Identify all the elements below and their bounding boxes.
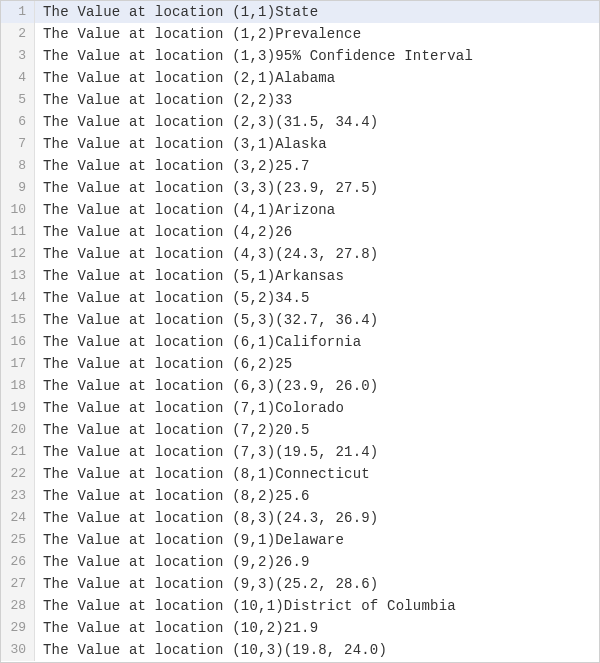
line-content[interactable]: The Value at location (7,3)(19.5, 21.4) bbox=[35, 441, 378, 463]
editor-line[interactable]: 6The Value at location (2,3)(31.5, 34.4) bbox=[1, 111, 599, 133]
line-content[interactable]: The Value at location (6,2)25 bbox=[35, 353, 292, 375]
editor-line[interactable]: 4The Value at location (2,1)Alabama bbox=[1, 67, 599, 89]
line-number: 26 bbox=[1, 551, 35, 573]
editor-line[interactable]: 25The Value at location (9,1)Delaware bbox=[1, 529, 599, 551]
editor-line[interactable]: 24The Value at location (8,3)(24.3, 26.9… bbox=[1, 507, 599, 529]
editor-line[interactable]: 14The Value at location (5,2)34.5 bbox=[1, 287, 599, 309]
line-number: 2 bbox=[1, 23, 35, 45]
line-number: 3 bbox=[1, 45, 35, 67]
line-content[interactable]: The Value at location (2,3)(31.5, 34.4) bbox=[35, 111, 378, 133]
line-number: 28 bbox=[1, 595, 35, 617]
line-number: 14 bbox=[1, 287, 35, 309]
editor-line[interactable]: 2The Value at location (1,2)Prevalence bbox=[1, 23, 599, 45]
line-content[interactable]: The Value at location (9,1)Delaware bbox=[35, 529, 344, 551]
editor-line[interactable]: 1The Value at location (1,1)State bbox=[1, 1, 599, 23]
line-number: 24 bbox=[1, 507, 35, 529]
line-number: 23 bbox=[1, 485, 35, 507]
line-number: 1 bbox=[1, 1, 35, 23]
line-content[interactable]: The Value at location (3,3)(23.9, 27.5) bbox=[35, 177, 378, 199]
editor-line[interactable]: 13The Value at location (5,1)Arkansas bbox=[1, 265, 599, 287]
line-content[interactable]: The Value at location (6,3)(23.9, 26.0) bbox=[35, 375, 378, 397]
line-content[interactable]: The Value at location (9,3)(25.2, 28.6) bbox=[35, 573, 378, 595]
editor-line[interactable]: 23The Value at location (8,2)25.6 bbox=[1, 485, 599, 507]
line-number: 22 bbox=[1, 463, 35, 485]
line-number: 4 bbox=[1, 67, 35, 89]
line-number: 7 bbox=[1, 133, 35, 155]
editor-line[interactable]: 26The Value at location (9,2)26.9 bbox=[1, 551, 599, 573]
line-number: 16 bbox=[1, 331, 35, 353]
editor-line[interactable]: 22The Value at location (8,1)Connecticut bbox=[1, 463, 599, 485]
line-number: 19 bbox=[1, 397, 35, 419]
editor-line[interactable]: 20The Value at location (7,2)20.5 bbox=[1, 419, 599, 441]
editor-line[interactable]: 17The Value at location (6,2)25 bbox=[1, 353, 599, 375]
editor-line[interactable]: 16The Value at location (6,1)California bbox=[1, 331, 599, 353]
line-content[interactable]: The Value at location (4,3)(24.3, 27.8) bbox=[35, 243, 378, 265]
editor-line[interactable]: 8The Value at location (3,2)25.7 bbox=[1, 155, 599, 177]
line-number: 12 bbox=[1, 243, 35, 265]
line-content[interactable]: The Value at location (3,1)Alaska bbox=[35, 133, 327, 155]
editor-line[interactable]: 28The Value at location (10,1)District o… bbox=[1, 595, 599, 617]
editor-line[interactable]: 27The Value at location (9,3)(25.2, 28.6… bbox=[1, 573, 599, 595]
line-content[interactable]: The Value at location (5,2)34.5 bbox=[35, 287, 310, 309]
line-content[interactable]: The Value at location (1,2)Prevalence bbox=[35, 23, 361, 45]
line-content[interactable]: The Value at location (10,2)21.9 bbox=[35, 617, 318, 639]
line-number: 10 bbox=[1, 199, 35, 221]
editor-line[interactable]: 11The Value at location (4,2)26 bbox=[1, 221, 599, 243]
line-content[interactable]: The Value at location (2,2)33 bbox=[35, 89, 292, 111]
line-number: 30 bbox=[1, 639, 35, 661]
line-number: 9 bbox=[1, 177, 35, 199]
line-content[interactable]: The Value at location (6,1)California bbox=[35, 331, 361, 353]
line-content[interactable]: The Value at location (4,1)Arizona bbox=[35, 199, 335, 221]
line-number: 17 bbox=[1, 353, 35, 375]
editor-line[interactable]: 10The Value at location (4,1)Arizona bbox=[1, 199, 599, 221]
editor-line[interactable]: 9The Value at location (3,3)(23.9, 27.5) bbox=[1, 177, 599, 199]
line-content[interactable]: The Value at location (5,1)Arkansas bbox=[35, 265, 344, 287]
line-number: 25 bbox=[1, 529, 35, 551]
editor-line[interactable]: 18The Value at location (6,3)(23.9, 26.0… bbox=[1, 375, 599, 397]
line-number: 5 bbox=[1, 89, 35, 111]
line-content[interactable]: The Value at location (1,1)State bbox=[35, 1, 318, 23]
editor-line[interactable]: 12The Value at location (4,3)(24.3, 27.8… bbox=[1, 243, 599, 265]
line-number: 18 bbox=[1, 375, 35, 397]
code-editor[interactable]: 1The Value at location (1,1)State2The Va… bbox=[0, 0, 600, 663]
line-content[interactable]: The Value at location (7,2)20.5 bbox=[35, 419, 310, 441]
line-content[interactable]: The Value at location (8,3)(24.3, 26.9) bbox=[35, 507, 378, 529]
line-number: 13 bbox=[1, 265, 35, 287]
line-content[interactable]: The Value at location (4,2)26 bbox=[35, 221, 292, 243]
line-content[interactable]: The Value at location (8,1)Connecticut bbox=[35, 463, 370, 485]
line-content[interactable]: The Value at location (10,3)(19.8, 24.0) bbox=[35, 639, 387, 661]
line-content[interactable]: The Value at location (7,1)Colorado bbox=[35, 397, 344, 419]
line-number: 8 bbox=[1, 155, 35, 177]
editor-line[interactable]: 29The Value at location (10,2)21.9 bbox=[1, 617, 599, 639]
editor-line[interactable]: 21The Value at location (7,3)(19.5, 21.4… bbox=[1, 441, 599, 463]
editor-line[interactable]: 3The Value at location (1,3)95% Confiden… bbox=[1, 45, 599, 67]
editor-line[interactable]: 15The Value at location (5,3)(32.7, 36.4… bbox=[1, 309, 599, 331]
line-content[interactable]: The Value at location (8,2)25.6 bbox=[35, 485, 310, 507]
line-number: 11 bbox=[1, 221, 35, 243]
editor-line[interactable]: 7The Value at location (3,1)Alaska bbox=[1, 133, 599, 155]
line-number: 27 bbox=[1, 573, 35, 595]
line-number: 20 bbox=[1, 419, 35, 441]
line-content[interactable]: The Value at location (1,3)95% Confidenc… bbox=[35, 45, 473, 67]
line-content[interactable]: The Value at location (9,2)26.9 bbox=[35, 551, 310, 573]
editor-line[interactable]: 5The Value at location (2,2)33 bbox=[1, 89, 599, 111]
line-content[interactable]: The Value at location (5,3)(32.7, 36.4) bbox=[35, 309, 378, 331]
editor-line[interactable]: 30The Value at location (10,3)(19.8, 24.… bbox=[1, 639, 599, 661]
line-number: 15 bbox=[1, 309, 35, 331]
line-content[interactable]: The Value at location (2,1)Alabama bbox=[35, 67, 335, 89]
line-number: 21 bbox=[1, 441, 35, 463]
editor-line[interactable]: 19The Value at location (7,1)Colorado bbox=[1, 397, 599, 419]
line-number: 6 bbox=[1, 111, 35, 133]
line-number: 29 bbox=[1, 617, 35, 639]
line-content[interactable]: The Value at location (3,2)25.7 bbox=[35, 155, 310, 177]
line-content[interactable]: The Value at location (10,1)District of … bbox=[35, 595, 456, 617]
